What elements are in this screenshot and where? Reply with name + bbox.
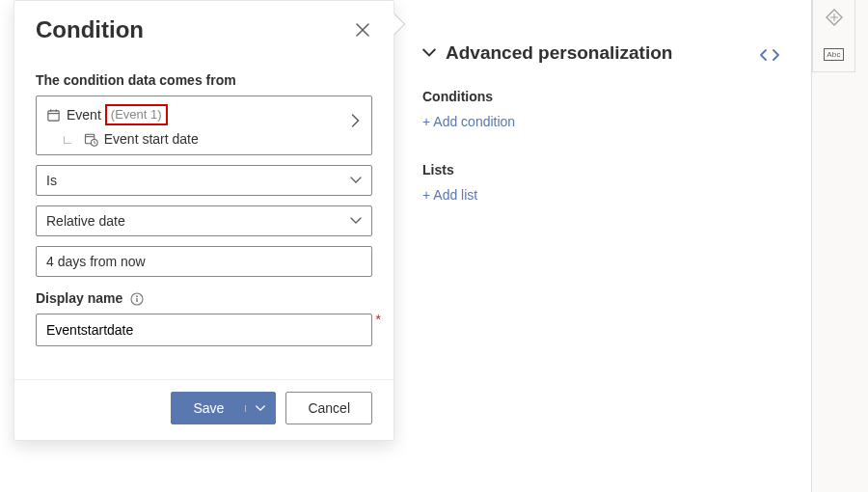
cancel-button-label: Cancel [308,400,350,416]
advanced-personalization-title: Advanced personalization [446,42,672,64]
tag-icon [826,9,843,26]
chevron-down-icon [350,177,362,184]
close-button[interactable] [353,20,372,40]
calendar-clock-icon [84,132,98,147]
source-selector[interactable]: Event (Event 1) ∟ Event start date [36,96,372,155]
panel-title: Condition [36,16,144,43]
save-button[interactable]: Save [171,392,276,424]
event-label: Event [67,107,101,123]
chevron-down-icon [256,405,265,412]
abc-icon: Abc [824,48,844,61]
info-icon[interactable] [130,292,144,306]
close-icon [356,23,369,37]
event-highlight: (Event 1) [105,104,168,125]
operator-value: Is [46,173,57,188]
chevron-down-icon [422,48,436,58]
tree-branch-icon: ∟ [62,132,74,147]
advanced-personalization-panel: Advanced personalization Conditions + Ad… [422,42,789,203]
panel-footer: Save Cancel [14,379,393,440]
event-sublabel: (Event 1) [111,107,162,122]
operator-select[interactable]: Is [36,165,372,196]
calendar-icon [46,108,61,123]
save-button-label: Save [172,400,245,416]
date-value-display[interactable]: 4 days from now [36,246,372,277]
conditions-header: Conditions [422,89,789,104]
event-child-label: Event start date [104,131,199,147]
svg-point-8 [136,296,138,298]
add-list-link[interactable]: + Add list [422,187,789,203]
code-view-button[interactable] [760,48,779,62]
tag-tool-button[interactable] [821,6,848,29]
add-condition-link[interactable]: + Add condition [422,114,789,129]
svg-rect-9 [136,298,137,302]
advanced-personalization-toggle[interactable]: Advanced personalization [422,42,789,64]
save-split-button[interactable] [245,405,275,412]
date-value-text: 4 days from now [46,254,146,269]
chevron-right-icon [351,114,360,127]
chevron-down-icon [350,217,362,225]
required-indicator: * [376,312,381,327]
cancel-button[interactable]: Cancel [285,392,372,424]
svg-rect-0 [48,110,59,120]
condition-panel: Condition The condition data comes from … [14,0,394,441]
display-name-input[interactable] [36,314,372,346]
date-mode-select[interactable]: Relative date [36,205,372,236]
side-toolbar: Abc [812,0,855,72]
display-name-label: Display name [36,290,372,306]
source-label: The condition data comes from [36,72,372,88]
code-icon [760,48,779,62]
lists-header: Lists [422,162,789,178]
text-tool-button[interactable]: Abc [821,42,848,66]
date-mode-value: Relative date [46,213,125,229]
